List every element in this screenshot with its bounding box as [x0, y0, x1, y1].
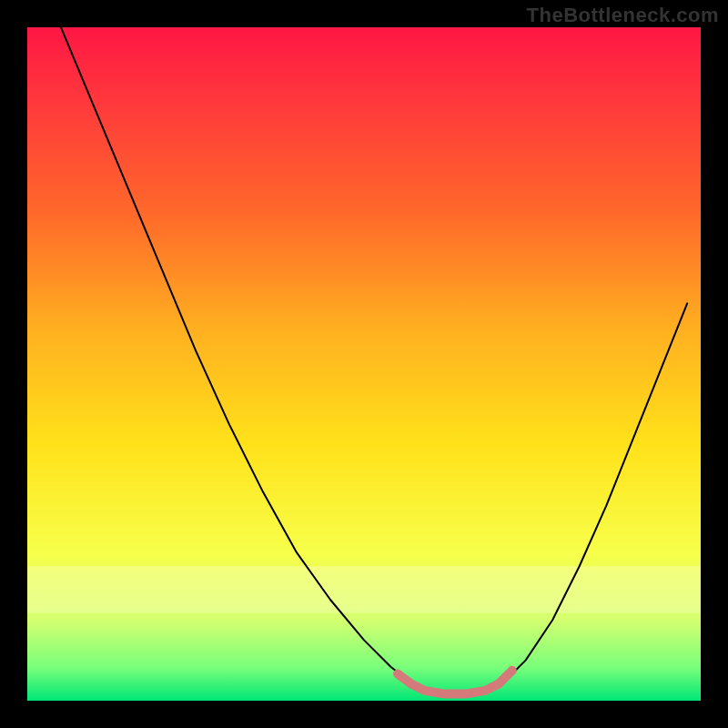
chart-container: TheBottleneck.com	[0, 0, 728, 728]
watermark-text: TheBottleneck.com	[527, 4, 719, 27]
plot-area	[27, 27, 701, 701]
pale-band	[27, 566, 701, 613]
chart-svg	[27, 27, 701, 701]
